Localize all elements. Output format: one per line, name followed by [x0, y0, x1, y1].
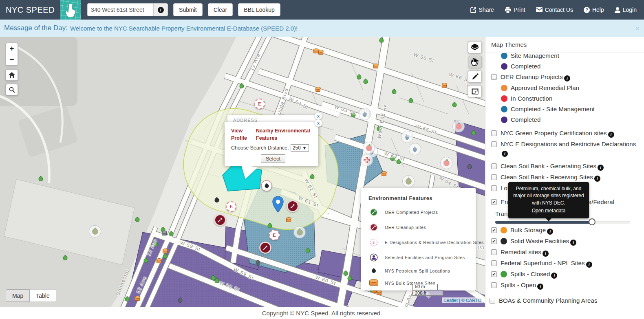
checkbox-unchecked[interactable] [491, 249, 497, 255]
layer-label: Completed [511, 116, 540, 124]
checkbox-unchecked[interactable] [491, 130, 497, 136]
color-dot [501, 227, 507, 233]
info-icon[interactable]: i [598, 165, 604, 171]
distance-select[interactable]: 250 ▼ [291, 144, 309, 152]
popup-close-button[interactable]: x [315, 119, 322, 127]
info-icon[interactable]: i [502, 151, 508, 157]
checkbox-checked[interactable]: ✔ [491, 238, 497, 244]
layer-checkbox-row-spills-closed: ✔Spills - Closedi [491, 270, 642, 279]
checkbox-unchecked[interactable] [491, 141, 497, 147]
bbl-lookup-button[interactable]: BBL Lookup [238, 3, 280, 16]
tab-map[interactable]: Map [6, 289, 30, 302]
slider-handle[interactable] [589, 218, 595, 225]
layer-label: Site Management [511, 52, 559, 60]
nav-share-link[interactable]: Share [470, 7, 494, 13]
layer-checkbox-row-remedial-sites: Remedial sitesi [491, 248, 642, 257]
street-label: 12 Ave [146, 238, 158, 257]
street-label: W 64 St [384, 150, 406, 163]
checkbox-unchecked[interactable] [491, 185, 497, 191]
checkbox-unchecked[interactable] [491, 282, 497, 288]
navbar-links: SharePrintContact Us?HelpLogin [470, 7, 637, 13]
nav-contact-us-link[interactable]: Contact Us [536, 7, 573, 13]
street-label: W 64 St [288, 95, 310, 110]
legend-swatch-row-completed: Completed [501, 116, 642, 124]
legend-swatch-row-site-management: Site Management [501, 52, 642, 60]
checkbox-unchecked[interactable] [491, 163, 497, 169]
checkbox-unchecked[interactable] [491, 260, 497, 266]
map-attribution[interactable]: Leaflet | © CARTO [442, 297, 483, 303]
checkbox-unchecked[interactable] [491, 174, 497, 180]
info-icon[interactable]: i [543, 251, 549, 257]
zoom-in-button[interactable]: + [6, 43, 18, 54]
open-metadata-link[interactable]: Open metadata [512, 207, 586, 214]
e-designation-icon: E [368, 238, 379, 246]
color-dot [501, 53, 507, 59]
info-icon[interactable]: i [608, 132, 614, 138]
layer-label: Bulk Storagei [510, 226, 553, 235]
color-dot [501, 95, 507, 102]
home-icon [9, 72, 15, 78]
layer-checkbox-row-nyc-e-designations-and-restrictive-declarations: NYC E Designations and Restrictive Decla… [491, 140, 642, 157]
address-search-input[interactable] [87, 3, 153, 16]
color-dot [501, 85, 507, 91]
info-icon[interactable]: i [564, 75, 570, 81]
street-label: W 65 St [415, 123, 438, 136]
layers-button[interactable] [468, 41, 482, 53]
view-profile-link[interactable]: View Profile [231, 128, 249, 142]
color-dot [501, 106, 507, 112]
info-icon[interactable]: i [570, 240, 576, 246]
popup-close-button-back[interactable]: x [315, 112, 322, 120]
map-canvas[interactable]: EEE W 66 StW 66 StW 65 StW 64 StW 64 StW… [0, 37, 485, 307]
zoom-out-button[interactable]: − [6, 54, 18, 66]
checkbox-unchecked[interactable] [491, 74, 497, 80]
street-label: W 58 St [218, 280, 241, 293]
info-icon[interactable]: i [547, 229, 553, 235]
layer-label: NYC Green Property Certification sitesi [501, 129, 614, 138]
map-search-button[interactable] [6, 84, 18, 95]
nav-print-link[interactable]: Print [505, 7, 525, 13]
info-icon[interactable]: i [594, 176, 600, 182]
checkbox-checked[interactable]: ✔ [491, 227, 497, 233]
message-close-icon[interactable]: × [635, 25, 640, 32]
checkbox-unchecked[interactable] [490, 298, 495, 304]
legend-swatch-row-completed-site-management: Completed - Site Management [501, 105, 642, 113]
checkbox-checked[interactable]: ✔ [491, 199, 497, 205]
transparency-slider[interactable] [495, 221, 630, 224]
nav-help-link[interactable]: ?Help [584, 7, 604, 13]
info-icon[interactable]: i [586, 262, 592, 268]
legend-item-label: OER Completed Projects [385, 210, 438, 215]
layer-checkbox-row-spills-open: Spills - Openi [491, 281, 642, 290]
home-button[interactable] [6, 69, 18, 81]
info-icon[interactable]: i [551, 273, 557, 279]
legend-item: EE-Designations & Restrictive Declaratio… [368, 238, 476, 246]
print-icon [505, 7, 511, 13]
submit-button[interactable]: Submit [173, 3, 203, 16]
layer-checkbox-row-oer-cleanup-projects: OER Cleanup Projectsi [491, 73, 642, 81]
map-themes-sidebar: Map Themes Site ManagementCompletedOER C… [485, 37, 644, 307]
checkbox-checked[interactable]: ✔ [491, 271, 497, 277]
legend-swatch-row-approved-remedial-plan: Approved Remedial Plan [501, 84, 642, 92]
tab-table[interactable]: Table [30, 289, 56, 302]
select-button[interactable]: Select [261, 154, 285, 163]
clear-button[interactable]: Clear [208, 3, 233, 16]
extent-select-button[interactable] [468, 85, 482, 97]
street-label: → [325, 209, 332, 216]
street-label: m Av [403, 293, 413, 307]
color-dot [501, 238, 507, 244]
layer-label: OER Cleanup Projectsi [501, 73, 570, 81]
layer-checkbox-row-clean-soil-bank-generating-sites: Clean Soil Bank - Generating Sitesi [491, 162, 642, 171]
layer-tooltip: Petroleum, chemical bulk, andmajor oil s… [508, 182, 589, 218]
street-label: Connector [115, 268, 131, 296]
street-label: Pa [478, 244, 485, 251]
slider-fill [495, 221, 592, 224]
distance-value: 250 [293, 145, 301, 151]
search-info-button[interactable]: i [153, 3, 168, 16]
draw-button[interactable] [468, 70, 482, 83]
color-dot [501, 63, 507, 70]
nav-login-link[interactable]: Login [615, 7, 637, 13]
info-icon[interactable]: i [537, 284, 543, 290]
legend-item-label: Selected Facilities and Program Sites [385, 255, 465, 260]
legend-swatch-row-completed: Completed [501, 62, 642, 70]
app-logo [60, 0, 81, 20]
nearby-features-link[interactable]: Nearby Environmental Features [256, 128, 315, 142]
